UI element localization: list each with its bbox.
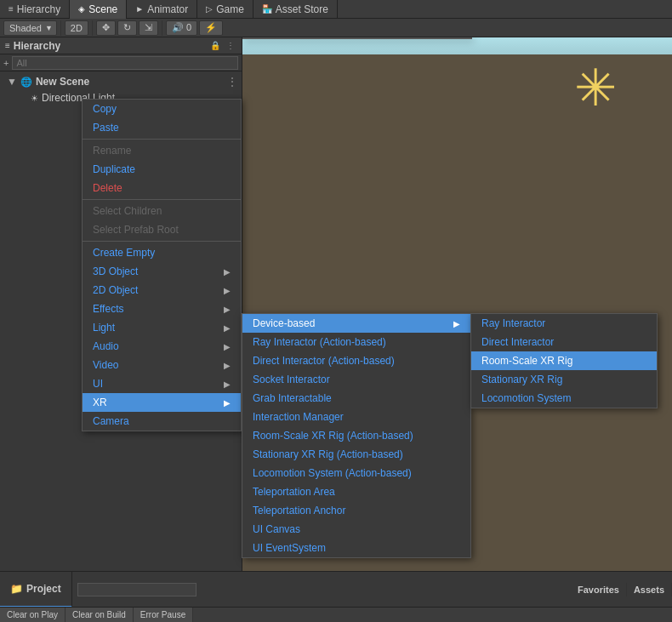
hierarchy-kebab-btn[interactable]: ⋮ — [225, 40, 236, 52]
ctx-device-room-scale[interactable]: Room-Scale XR Rig — [471, 351, 657, 370]
ctx-2d-object[interactable]: 2D Object ▶ — [83, 281, 241, 300]
clear-on-build-btn[interactable]: Clear on Build — [65, 608, 134, 623]
submenu-arrow: ▶ — [224, 379, 231, 389]
shaded-dropdown[interactable]: Shaded ▼ — [3, 20, 57, 36]
ctx-light[interactable]: Light ▶ — [83, 318, 241, 337]
bottom-area: 📁 Project Favorites Assets — [0, 571, 672, 607]
ctx-3d-object[interactable]: 3D Object ▶ — [83, 262, 241, 281]
clear-on-play-btn[interactable]: Clear on Play — [0, 608, 65, 623]
ctx-select-prefab-root: Select Prefab Root — [83, 220, 241, 239]
tab-hierarchy[interactable]: ≡ Hierarchy — [0, 0, 70, 19]
status-bar: Clear on Play Clear on Build Error Pause — [0, 607, 672, 622]
asset-store-icon: 🏪 — [262, 0, 272, 19]
ctx-sep-2 — [83, 199, 241, 200]
ctx-select-children: Select Children — [83, 202, 241, 220]
ctx-sep-1 — [83, 139, 241, 140]
rotate-tool[interactable]: ↻ — [117, 20, 137, 36]
ctx-create-empty[interactable]: Create Empty — [83, 243, 241, 262]
ctx-device-locomotion[interactable]: Locomotion System — [471, 389, 657, 408]
ctx-xr[interactable]: XR ▶ — [83, 393, 241, 412]
submenu-arrow: ▶ — [224, 305, 231, 314]
submenu-arrow: ▶ — [224, 323, 231, 333]
ctx-camera[interactable]: Camera — [83, 412, 241, 431]
animator-icon: ► — [135, 0, 144, 19]
assets-section: Assets — [627, 583, 672, 596]
ctx-effects[interactable]: Effects ▶ — [83, 300, 241, 318]
tab-bar: ≡ Hierarchy ◈ Scene ► Animator ▷ Game 🏪 … — [0, 0, 672, 19]
ctx-xr-ray-action[interactable]: Ray Interactor (Action-based) — [242, 333, 470, 351]
toolbar-separator-3 — [162, 20, 162, 36]
ctx-xr-interaction-manager[interactable]: Interaction Manager — [242, 408, 470, 426]
ctx-device-direct-interactor[interactable]: Direct Interactor — [471, 333, 657, 351]
project-icon: 📁 — [10, 583, 23, 595]
ctx-xr-teleportation-area[interactable]: Teleportation Area — [242, 482, 470, 501]
hierarchy-header: ≡ Hierarchy 🔒 ⋮ — [0, 37, 242, 54]
hierarchy-panel: ≡ Hierarchy 🔒 ⋮ + ▼ 🌐 New Scene ⋮ ☀ Dire… — [0, 37, 242, 571]
context-menu-main: Copy Paste Rename Duplicate Delete Selec… — [82, 99, 242, 431]
tab-scene[interactable]: ◈ Scene — [70, 0, 127, 19]
submenu-arrow: ▶ — [453, 319, 460, 328]
ctx-xr-socket[interactable]: Socket Interactor — [242, 370, 470, 389]
tab-game[interactable]: ▷ Game — [197, 0, 253, 19]
ctx-copy[interactable]: Copy — [83, 100, 241, 118]
favorites-section: Favorites — [571, 583, 627, 596]
ctx-xr-teleportation-anchor[interactable]: Teleportation Anchor — [242, 501, 470, 520]
search-plus-btn[interactable]: + — [3, 58, 9, 68]
error-pause-btn[interactable]: Error Pause — [134, 608, 193, 623]
scene-icon: ◈ — [78, 0, 85, 19]
submenu-arrow: ▶ — [224, 361, 231, 370]
tab-animator[interactable]: ► Animator — [127, 0, 197, 19]
project-search-input[interactable] — [77, 583, 196, 596]
ctx-video[interactable]: Video ▶ — [83, 356, 241, 374]
tab-asset-store[interactable]: 🏪 Asset Store — [253, 0, 338, 19]
ctx-xr-stationary-action[interactable]: Stationary XR Rig (Action-based) — [242, 445, 470, 464]
hierarchy-search-input[interactable] — [12, 56, 238, 70]
expand-icon: ▼ — [7, 76, 17, 88]
scene-sky — [242, 37, 672, 54]
scene-node-icon: 🌐 — [20, 77, 32, 88]
submenu-arrow: ▶ — [224, 267, 231, 277]
hierarchy-search-bar: + — [0, 54, 242, 71]
ctx-xr-device-based[interactable]: Device-based ▶ — [242, 314, 470, 333]
ctx-duplicate[interactable]: Duplicate — [83, 160, 241, 179]
scene-kebab-btn[interactable]: ⋮ — [226, 75, 238, 88]
toolbar-separator — [60, 20, 61, 36]
new-scene-group[interactable]: ▼ 🌐 New Scene ⋮ — [0, 73, 242, 90]
hierarchy-panel-icon: ≡ — [5, 41, 10, 50]
submenu-arrow: ▶ — [224, 286, 231, 295]
ctx-xr-ui-canvas[interactable]: UI Canvas — [242, 520, 470, 539]
move-tool[interactable]: ✥ — [96, 20, 116, 36]
ctx-rename: Rename — [83, 141, 241, 160]
ctx-ui[interactable]: UI ▶ — [83, 374, 241, 393]
ctx-xr-locomotion-action[interactable]: Locomotion System (Action-based) — [242, 464, 470, 482]
2d-toggle[interactable]: 2D — [65, 20, 88, 36]
ctx-sep-3 — [83, 241, 241, 242]
ctx-paste[interactable]: Paste — [83, 118, 241, 137]
ctx-device-stationary[interactable]: Stationary XR Rig — [471, 370, 657, 389]
directional-light-icon: ☀ — [31, 94, 38, 103]
ctx-xr-ui-eventsystem[interactable]: UI EventSystem — [242, 539, 470, 557]
scale-tool[interactable]: ⇲ — [139, 20, 158, 36]
ctx-device-ray-interactor[interactable]: Ray Interactor — [471, 314, 657, 333]
context-menu-xr — [242, 37, 472, 39]
tab-project[interactable]: 📁 Project — [0, 572, 72, 608]
game-icon: ▷ — [206, 0, 213, 19]
bottom-search — [72, 581, 571, 598]
submenu-arrow: ▶ — [224, 342, 231, 351]
context-menu-device: Ray Interactor Direct Interactor Room-Sc… — [470, 313, 658, 408]
ctx-xr-grab[interactable]: Grab Interactable — [242, 389, 470, 408]
audio-btn[interactable]: 🔊 0 — [166, 20, 197, 36]
toolbar-separator-2 — [92, 20, 93, 36]
submenu-arrow: ▶ — [224, 398, 231, 408]
chevron-down-icon: ▼ — [45, 24, 53, 32]
ctx-audio[interactable]: Audio ▶ — [83, 337, 241, 356]
scene-toolbar: Shaded ▼ 2D ✥ ↻ ⇲ 🔊 0 ⚡ — [0, 19, 672, 37]
ctx-xr-room-scale-action[interactable]: Room-Scale XR Rig (Action-based) — [242, 426, 470, 445]
ctx-xr-direct-action[interactable]: Direct Interactor (Action-based) — [242, 351, 470, 370]
hierarchy-lock-btn[interactable]: 🔒 — [209, 40, 221, 52]
hierarchy-icon: ≡ — [9, 0, 14, 19]
effects-btn[interactable]: ⚡ — [199, 20, 223, 36]
context-menu-xr: Device-based ▶ Ray Interactor (Action-ba… — [242, 313, 471, 558]
sun-icon: ✳ — [570, 63, 621, 114]
ctx-delete[interactable]: Delete — [83, 179, 241, 197]
